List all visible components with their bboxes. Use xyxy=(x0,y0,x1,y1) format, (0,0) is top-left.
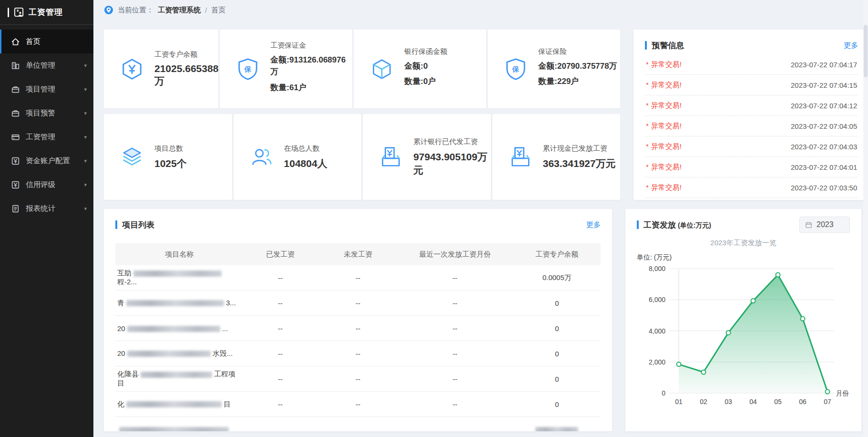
stat-card: 保 保证保险 金额:20790.375778万数量:229户 xyxy=(488,30,620,108)
stat-card: 在场总人数 104804人 xyxy=(234,114,362,200)
sidebar-item-home[interactable]: 首页 ▾ xyxy=(0,30,93,53)
stat-values: 金额:0数量:0户 xyxy=(404,60,486,88)
salary-line-chart: 02,0004,0006,0008,00001020304050607月份 xyxy=(637,263,850,408)
svg-text:03: 03 xyxy=(725,398,732,406)
alerts-title: 预警信息 xyxy=(652,40,684,51)
alert-timestamp: 2023-07-22 07:03:50 xyxy=(791,184,857,192)
svg-text:2,000: 2,000 xyxy=(649,358,665,366)
alert-timestamp: 2023-07-22 07:04:05 xyxy=(791,122,857,130)
sidebar-item-label: 首页 xyxy=(26,37,41,47)
sidebar-item-project-alert[interactable]: 项目预警 ▾ xyxy=(0,101,93,125)
alert-star-icon: * xyxy=(646,102,648,109)
table-row[interactable]: 互助程-2... -- -- -- 0.0005万 xyxy=(115,265,601,291)
stat-cards-row-1: 工资专户余额 21025.665388万 保 工资保证金 金额:913126.0… xyxy=(104,30,620,108)
project-name-cell: 化隆县工程项目 xyxy=(115,370,242,388)
project-name-cell: 20... xyxy=(115,324,242,333)
table-row[interactable] xyxy=(115,417,601,431)
alert-row[interactable]: *异常交易! 2023-07-22 07:04:05 xyxy=(645,116,858,136)
project-name-cell xyxy=(115,426,242,432)
table-row[interactable]: 20水毁... -- -- -- 0 xyxy=(115,341,601,366)
breadcrumb-prefix: 当前位置： xyxy=(118,6,153,15)
stat-label: 银行保函金额 xyxy=(404,47,486,56)
projects-panel: 项目列表 更多 项目名称 已发工资 未发工资 最近一次发放工资月份 工资专户余额 xyxy=(104,209,612,431)
alerts-more-link[interactable]: 更多 xyxy=(844,41,858,50)
stat-icon xyxy=(120,145,145,169)
app-title: 工资管理 xyxy=(29,7,63,18)
censored-text xyxy=(141,372,212,378)
breadcrumb-current[interactable]: 首页 xyxy=(211,6,225,15)
sidebar-item-projects[interactable]: 项目管理 ▾ xyxy=(0,77,93,101)
chart-title-unit: (单位:万元) xyxy=(678,221,711,229)
alert-row[interactable]: *异常交易! 2023-07-22 07:04:01 xyxy=(645,157,858,177)
alert-text: 异常交易! xyxy=(651,81,682,89)
last-pay-month-cell: -- xyxy=(397,324,513,333)
calendar-icon xyxy=(805,221,812,229)
app-logo: ¥ 工资管理 xyxy=(0,0,93,25)
scrollbar-thumb[interactable] xyxy=(864,25,868,77)
unpaid-salary-cell: -- xyxy=(319,350,397,358)
nav-icon xyxy=(10,204,20,213)
alert-row[interactable]: *异常交易! 2023-07-22 07:04:12 xyxy=(645,95,858,116)
year-picker[interactable]: 2023 xyxy=(799,217,850,233)
alert-row[interactable]: *异常交易! 2023-07-22 07:03:50 xyxy=(645,177,858,198)
sidebar-item-reports[interactable]: 报表统计 ▾ xyxy=(0,197,93,220)
stat-card: 项目总数 1025个 xyxy=(104,114,232,200)
stat-value: 363.341927万元 xyxy=(543,157,616,170)
sidebar-item-label: 资金账户配置 xyxy=(26,156,70,166)
alert-row[interactable]: *异常交易! 2023-07-22 07:04:15 xyxy=(645,75,858,95)
censored-text xyxy=(119,427,229,431)
main-area: 当前位置： 工资管理系统 / 首页 工资专户余额 21025.665388万 保 xyxy=(93,0,868,437)
sidebar-item-label: 工资管理 xyxy=(26,132,55,142)
sidebar-item-label: 报表统计 xyxy=(26,204,55,214)
paid-salary-cell: -- xyxy=(242,375,319,383)
stat-icon: 保 xyxy=(236,57,261,81)
stat-label: 累计现金已发放工资 xyxy=(543,144,616,153)
breadcrumb-separator: / xyxy=(205,6,207,14)
table-row[interactable]: 化隆县工程项目 -- -- -- 0 xyxy=(115,366,601,392)
sidebar-item-credit-rating[interactable]: 信用评级 ▾ xyxy=(0,173,93,197)
col-project-name: 项目名称 xyxy=(115,250,242,259)
sidebar: ¥ 工资管理 首页 ▾ 单位管理 ▾ 项目管理 ▾ 项目预警 ▾ xyxy=(0,0,93,437)
table-row[interactable]: 20... -- -- -- 0 xyxy=(115,316,601,341)
sidebar-item-label: 单位管理 xyxy=(26,61,55,71)
bottom-section: 项目列表 更多 项目名称 已发工资 未发工资 最近一次发放工资月份 工资专户余额 xyxy=(104,209,861,431)
table-row[interactable]: 青3... -- -- -- 0 xyxy=(115,291,601,316)
stat-values: 97943.905109万元 xyxy=(413,150,491,177)
sidebar-item-units[interactable]: 单位管理 ▾ xyxy=(0,53,93,77)
nav-icon xyxy=(10,180,20,189)
alert-row[interactable]: *异常交易! 2023-07-22 07:04:17 xyxy=(645,54,858,75)
project-name-cell: 化目 xyxy=(115,400,242,409)
alert-row[interactable]: *异常交易! 2023-07-22 07:04:03 xyxy=(645,136,858,157)
sidebar-item-label: 信用评级 xyxy=(26,180,55,190)
chart-title: 工资发放 xyxy=(643,220,676,229)
stat-cards-row-2: 项目总数 1025个 在场总人数 104804人 累计银行已代发工资 xyxy=(104,114,620,200)
account-balance-cell: 0 xyxy=(513,350,601,358)
sidebar-item-fund-account[interactable]: 资金账户配置 ▾ xyxy=(0,149,93,173)
paid-salary-cell: -- xyxy=(242,299,319,307)
paid-salary-cell: -- xyxy=(242,324,319,333)
stat-value: 数量:61户 xyxy=(270,82,352,94)
sidebar-item-salary[interactable]: 工资管理 ▾ xyxy=(0,125,93,149)
breadcrumb-root[interactable]: 工资管理系统 xyxy=(158,6,201,15)
col-account-balance: 工资专户余额 xyxy=(513,250,601,259)
unpaid-salary-cell: -- xyxy=(319,324,397,333)
stat-value: 数量:0户 xyxy=(404,75,486,88)
table-row[interactable]: 化目 -- -- -- 0 xyxy=(115,392,601,417)
project-name-cell: 青3... xyxy=(115,299,242,308)
unpaid-salary-cell: -- xyxy=(319,400,397,408)
nav-icon xyxy=(10,84,20,94)
logo-bar xyxy=(8,8,9,17)
alert-star-icon: * xyxy=(646,81,648,89)
svg-text:月份: 月份 xyxy=(836,390,849,397)
last-pay-month-cell: -- xyxy=(397,350,513,358)
alert-star-icon: * xyxy=(646,143,648,150)
alert-star-icon: * xyxy=(646,61,648,68)
projects-table: 项目名称 已发工资 未发工资 最近一次发放工资月份 工资专户余额 互助程-2..… xyxy=(115,243,601,431)
stat-label: 工资专户余额 xyxy=(154,50,218,59)
unpaid-salary-cell: -- xyxy=(319,375,397,383)
account-balance-cell: 0 xyxy=(513,375,601,383)
account-balance-cell: 0.0005万 xyxy=(513,273,601,282)
projects-more-link[interactable]: 更多 xyxy=(586,220,601,229)
paid-salary-cell: -- xyxy=(242,274,319,282)
stat-icon xyxy=(379,145,404,169)
